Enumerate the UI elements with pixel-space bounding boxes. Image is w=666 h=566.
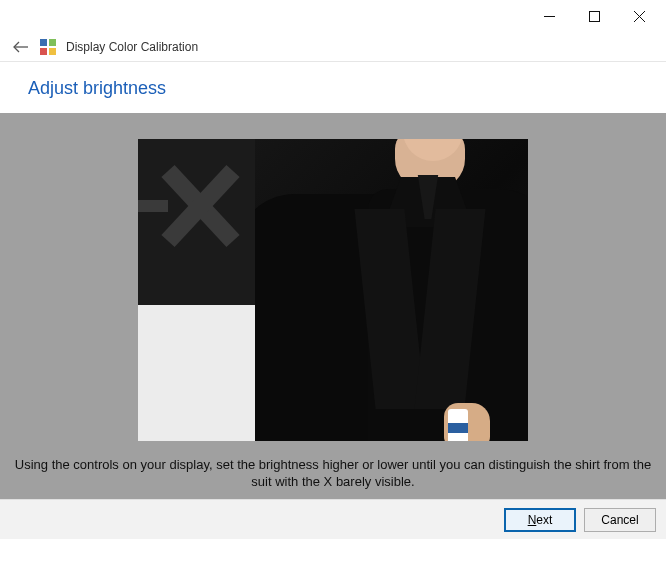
window-titlebar <box>0 0 666 32</box>
sample-image-left <box>138 139 255 441</box>
app-icon <box>40 39 56 55</box>
x-mark-icon <box>138 161 255 251</box>
cancel-button[interactable]: Cancel <box>584 508 656 532</box>
footer: Next Cancel <box>0 499 666 539</box>
next-button[interactable]: Next <box>504 508 576 532</box>
app-title: Display Color Calibration <box>66 40 198 54</box>
content-area: Using the controls on your display, set … <box>0 113 666 499</box>
page-title: Adjust brightness <box>0 62 666 113</box>
header: Display Color Calibration <box>0 32 666 62</box>
maximize-button[interactable] <box>572 1 617 31</box>
sample-image-right <box>255 139 528 441</box>
next-button-rest: ext <box>536 513 552 527</box>
svg-rect-1 <box>590 11 600 21</box>
back-arrow-icon[interactable] <box>12 38 30 56</box>
close-button[interactable] <box>617 1 662 31</box>
minimize-button[interactable] <box>527 1 572 31</box>
calibration-sample-image <box>138 139 528 441</box>
instruction-text: Using the controls on your display, set … <box>0 448 666 491</box>
cancel-button-label: Cancel <box>601 513 638 527</box>
